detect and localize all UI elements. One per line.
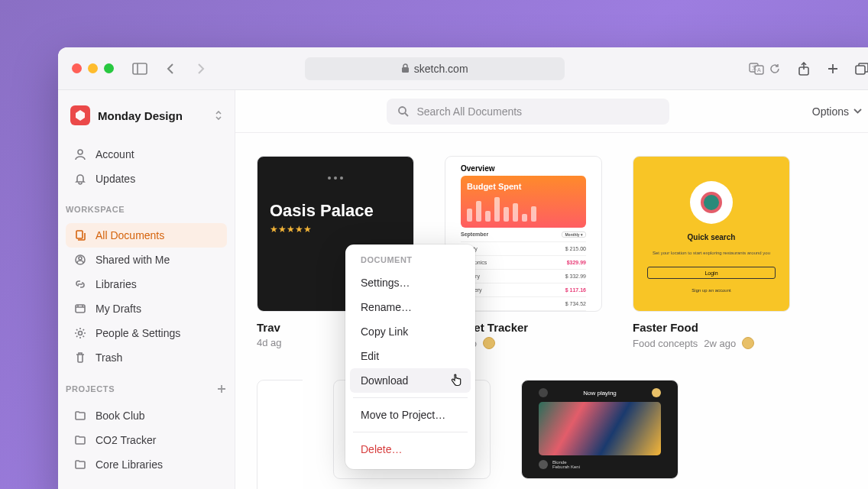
search-placeholder: Search All Documents (416, 105, 522, 118)
sidebar-item-account[interactable]: Account (66, 142, 227, 167)
svg-rect-2 (402, 67, 409, 73)
document-card[interactable]: Hybrid iOS Con (257, 380, 303, 489)
sidebar-project-core-libs[interactable]: Core Libraries (66, 452, 227, 477)
context-menu-label: DOCUMENT (350, 252, 471, 270)
sidebar-item-label: All Documents (96, 229, 164, 241)
sidebar-item-label: Trash (96, 351, 122, 364)
chevron-down-icon (853, 108, 862, 114)
new-tab-icon[interactable] (825, 61, 840, 76)
shared-icon (73, 253, 87, 267)
context-menu-divider (353, 432, 468, 432)
svg-text:A: A (757, 67, 761, 73)
svg-rect-0 (133, 63, 147, 74)
sidebar-project-co2[interactable]: CO2 Tracker (66, 428, 227, 452)
sidebar-item-label: Core Libraries (96, 458, 163, 471)
sidebar-item-label: My Drafts (96, 303, 141, 315)
sidebar-item-label: CO2 Tracker (96, 434, 156, 446)
chevron-updown-icon (215, 109, 222, 121)
toolbar: Search All Documents Options (235, 90, 868, 133)
trash-icon (73, 351, 87, 364)
svg-point-9 (78, 150, 83, 154)
folder-icon (73, 458, 87, 471)
sidebar-toggle-icon[interactable] (132, 61, 147, 76)
sidebar-item-all-documents[interactable]: All Documents (66, 223, 227, 248)
window-minimize-button[interactable] (88, 63, 98, 73)
sidebar-project-book-club[interactable]: Book Club (66, 403, 227, 428)
documents-grid: Oasis Palace ★★★★★ Trav 4d ag Overview B… (235, 133, 868, 489)
sidebar-item-people-settings[interactable]: People & Settings (66, 321, 227, 345)
add-project-button[interactable] (216, 384, 227, 394)
documents-icon (73, 228, 87, 242)
sidebar-item-shared[interactable]: Shared with Me (66, 248, 227, 272)
browser-chrome: sketch.com 文A (58, 47, 868, 90)
context-menu-item-move[interactable]: Move to Project… (350, 403, 471, 427)
sidebar: Monday Design Account Updates WORKSPACE (58, 90, 235, 489)
folder-icon (73, 409, 87, 423)
context-menu-item-edit[interactable]: Edit (350, 344, 471, 368)
window-close-button[interactable] (72, 63, 82, 73)
sidebar-item-updates[interactable]: Updates (66, 167, 227, 191)
document-thumbnail (257, 380, 303, 489)
document-thumbnail: Quick search Set your location to start … (633, 156, 790, 312)
avatar (483, 337, 495, 349)
options-button[interactable]: Options (812, 105, 862, 118)
context-menu-item-copy-link[interactable]: Copy Link (350, 319, 471, 344)
browser-window: sketch.com 文A (58, 47, 868, 489)
bell-icon (73, 172, 87, 186)
context-menu-item-delete[interactable]: Delete… (350, 437, 471, 461)
share-icon[interactable] (796, 61, 811, 76)
drafts-icon (73, 302, 87, 316)
user-icon (73, 147, 87, 161)
context-menu-item-rename[interactable]: Rename… (350, 295, 471, 319)
folder-icon (73, 433, 87, 447)
reload-icon[interactable] (767, 61, 782, 76)
sidebar-item-label: Book Club (96, 410, 145, 422)
traffic-lights (72, 63, 114, 73)
sidebar-item-label: Updates (96, 173, 135, 185)
search-input[interactable]: Search All Documents (387, 99, 669, 125)
context-menu-item-download[interactable]: Download (350, 368, 471, 393)
sidebar-item-label: Libraries (96, 278, 137, 290)
tabs-icon[interactable] (854, 61, 868, 76)
gear-icon (73, 326, 87, 340)
svg-rect-10 (76, 231, 83, 238)
svg-point-12 (79, 257, 82, 260)
svg-text:文: 文 (752, 65, 757, 70)
url-host: sketch.com (414, 63, 468, 75)
sidebar-item-label: People & Settings (96, 327, 180, 339)
context-menu: DOCUMENT Settings… Rename… Copy Link Edi… (345, 244, 475, 469)
workspace-name: Monday Design (98, 109, 207, 122)
sidebar-item-trash[interactable]: Trash (66, 345, 227, 370)
back-button[interactable] (163, 61, 178, 76)
url-bar[interactable]: sketch.com (305, 57, 565, 80)
avatar (742, 337, 754, 349)
svg-rect-13 (76, 305, 85, 313)
document-card[interactable]: Now playing BlondeFeburah Keni (521, 380, 679, 489)
sidebar-item-drafts[interactable]: My Drafts (66, 296, 227, 321)
sidebar-item-label: Shared with Me (96, 254, 170, 266)
window-zoom-button[interactable] (104, 63, 114, 73)
main-content: Search All Documents Options Oasis Palac… (235, 90, 868, 489)
document-thumbnail: Now playing BlondeFeburah Keni (521, 380, 679, 479)
options-label: Options (812, 105, 849, 118)
context-menu-divider (353, 397, 468, 398)
context-menu-item-settings[interactable]: Settings… (350, 270, 471, 295)
search-icon (397, 105, 409, 117)
translate-icon[interactable]: 文A (749, 61, 764, 76)
document-title: Faster Food (633, 321, 790, 334)
sidebar-section-projects: PROJECTS (58, 373, 235, 400)
document-meta: Food concepts 2w ago (633, 337, 790, 349)
svg-point-14 (79, 332, 83, 335)
sidebar-section-workspace: WORKSPACE (58, 194, 235, 220)
sidebar-item-label: Account (96, 148, 134, 160)
workspace-logo (70, 105, 90, 125)
svg-rect-8 (856, 66, 865, 74)
document-card[interactable]: Quick search Set your location to start … (633, 156, 790, 349)
link-icon (73, 277, 87, 291)
lock-icon (401, 63, 410, 73)
workspace-switcher[interactable]: Monday Design (58, 101, 235, 139)
svg-point-15 (399, 107, 406, 114)
sidebar-item-libraries[interactable]: Libraries (66, 272, 227, 296)
cursor-pointer-icon (451, 374, 463, 387)
forward-button[interactable] (193, 61, 209, 76)
